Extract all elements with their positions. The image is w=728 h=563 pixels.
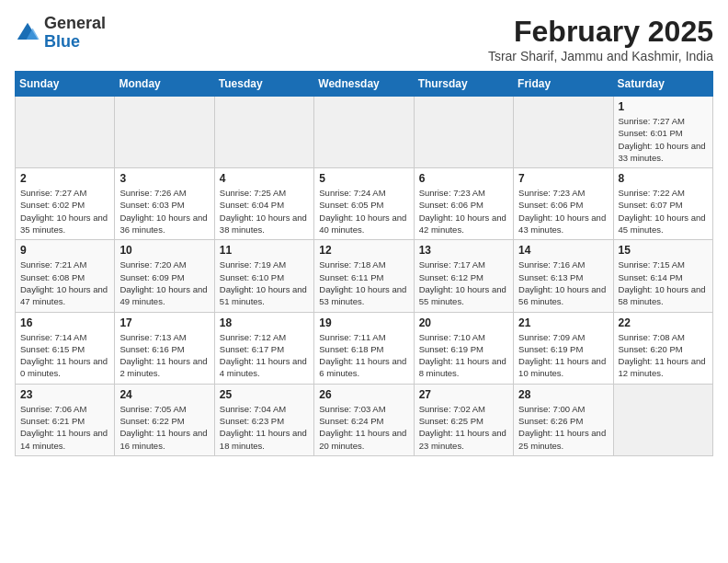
- day-info: Sunrise: 7:19 AM Sunset: 6:10 PM Dayligh…: [220, 259, 309, 307]
- calendar-cell: 19Sunrise: 7:11 AM Sunset: 6:18 PM Dayli…: [314, 312, 414, 384]
- calendar-cell: [115, 97, 214, 168]
- calendar-cell: 25Sunrise: 7:04 AM Sunset: 6:23 PM Dayli…: [214, 384, 313, 455]
- calendar-cell: 2Sunrise: 7:27 AM Sunset: 6:02 PM Daylig…: [16, 168, 115, 240]
- calendar-title: February 2025: [488, 15, 713, 49]
- day-number: 24: [119, 388, 209, 401]
- calendar-cell: 26Sunrise: 7:03 AM Sunset: 6:24 PM Dayli…: [314, 384, 414, 455]
- logo-text: General Blue: [44, 15, 106, 52]
- day-info: Sunrise: 7:23 AM Sunset: 6:06 PM Dayligh…: [518, 187, 608, 236]
- calendar-cell: 11Sunrise: 7:19 AM Sunset: 6:10 PM Dayli…: [214, 240, 313, 312]
- day-info: Sunrise: 7:26 AM Sunset: 6:03 PM Dayligh…: [119, 187, 209, 236]
- calendar-cell: 24Sunrise: 7:05 AM Sunset: 6:22 PM Dayli…: [115, 384, 214, 455]
- weekday-header: Friday: [514, 72, 613, 97]
- calendar-cell: [414, 97, 513, 168]
- calendar-cell: 18Sunrise: 7:12 AM Sunset: 6:17 PM Dayli…: [214, 312, 313, 384]
- day-info: Sunrise: 7:23 AM Sunset: 6:06 PM Dayligh…: [419, 187, 508, 236]
- day-number: 13: [419, 244, 508, 257]
- day-number: 19: [319, 316, 408, 329]
- logo: General Blue: [15, 15, 106, 52]
- day-info: Sunrise: 7:27 AM Sunset: 6:01 PM Dayligh…: [619, 115, 708, 164]
- day-number: 20: [419, 316, 508, 329]
- calendar-cell: 22Sunrise: 7:08 AM Sunset: 6:20 PM Dayli…: [613, 312, 712, 384]
- calendar-cell: 23Sunrise: 7:06 AM Sunset: 6:21 PM Dayli…: [16, 384, 115, 455]
- day-info: Sunrise: 7:05 AM Sunset: 6:22 PM Dayligh…: [119, 403, 209, 452]
- day-info: Sunrise: 7:15 AM Sunset: 6:14 PM Dayligh…: [619, 259, 708, 307]
- day-number: 10: [119, 244, 209, 257]
- day-number: 11: [220, 244, 309, 257]
- calendar-cell: 28Sunrise: 7:00 AM Sunset: 6:26 PM Dayli…: [514, 384, 613, 455]
- day-number: 17: [119, 316, 209, 329]
- day-info: Sunrise: 7:10 AM Sunset: 6:19 PM Dayligh…: [419, 331, 508, 380]
- calendar-cell: 3Sunrise: 7:26 AM Sunset: 6:03 PM Daylig…: [115, 168, 214, 240]
- page-header: General Blue February 2025 Tsrar Sharif,…: [15, 15, 713, 63]
- title-block: February 2025 Tsrar Sharif, Jammu and Ka…: [488, 15, 713, 63]
- day-info: Sunrise: 7:00 AM Sunset: 6:26 PM Dayligh…: [518, 403, 608, 452]
- day-info: Sunrise: 7:08 AM Sunset: 6:20 PM Dayligh…: [619, 331, 708, 380]
- day-info: Sunrise: 7:25 AM Sunset: 6:04 PM Dayligh…: [220, 187, 309, 236]
- day-number: 4: [220, 172, 309, 185]
- day-number: 5: [319, 172, 408, 185]
- calendar-cell: [214, 97, 313, 168]
- weekday-header: Monday: [115, 72, 214, 97]
- logo-general: General: [44, 14, 106, 32]
- calendar-cell: 1Sunrise: 7:27 AM Sunset: 6:01 PM Daylig…: [613, 97, 712, 168]
- logo-icon: [15, 20, 40, 46]
- day-number: 12: [319, 244, 408, 257]
- calendar-week-row: 1Sunrise: 7:27 AM Sunset: 6:01 PM Daylig…: [16, 97, 713, 168]
- calendar-cell: 8Sunrise: 7:22 AM Sunset: 6:07 PM Daylig…: [613, 168, 712, 240]
- calendar-week-row: 9Sunrise: 7:21 AM Sunset: 6:08 PM Daylig…: [16, 240, 713, 312]
- day-number: 22: [619, 316, 708, 329]
- calendar-cell: [514, 97, 613, 168]
- calendar-week-row: 23Sunrise: 7:06 AM Sunset: 6:21 PM Dayli…: [16, 384, 713, 455]
- day-number: 25: [220, 388, 309, 401]
- day-number: 26: [319, 388, 408, 401]
- calendar-cell: 12Sunrise: 7:18 AM Sunset: 6:11 PM Dayli…: [314, 240, 414, 312]
- day-number: 15: [619, 244, 708, 257]
- day-number: 9: [20, 244, 109, 257]
- day-number: 3: [119, 172, 209, 185]
- day-info: Sunrise: 7:12 AM Sunset: 6:17 PM Dayligh…: [220, 331, 309, 380]
- weekday-header: Tuesday: [214, 72, 313, 97]
- day-info: Sunrise: 7:03 AM Sunset: 6:24 PM Dayligh…: [319, 403, 408, 452]
- day-number: 2: [20, 172, 109, 185]
- calendar-cell: 16Sunrise: 7:14 AM Sunset: 6:15 PM Dayli…: [16, 312, 115, 384]
- calendar-cell: [314, 97, 414, 168]
- calendar-week-row: 2Sunrise: 7:27 AM Sunset: 6:02 PM Daylig…: [16, 168, 713, 240]
- calendar-cell: 15Sunrise: 7:15 AM Sunset: 6:14 PM Dayli…: [613, 240, 712, 312]
- weekday-header: Sunday: [16, 72, 115, 97]
- weekday-header: Thursday: [414, 72, 513, 97]
- calendar-cell: [16, 97, 115, 168]
- calendar-cell: 10Sunrise: 7:20 AM Sunset: 6:09 PM Dayli…: [115, 240, 214, 312]
- day-number: 23: [20, 388, 109, 401]
- calendar-cell: 9Sunrise: 7:21 AM Sunset: 6:08 PM Daylig…: [16, 240, 115, 312]
- logo-blue: Blue: [44, 32, 80, 51]
- day-info: Sunrise: 7:04 AM Sunset: 6:23 PM Dayligh…: [220, 403, 309, 452]
- calendar-cell: 21Sunrise: 7:09 AM Sunset: 6:19 PM Dayli…: [514, 312, 613, 384]
- day-info: Sunrise: 7:22 AM Sunset: 6:07 PM Dayligh…: [619, 187, 708, 236]
- calendar-cell: 17Sunrise: 7:13 AM Sunset: 6:16 PM Dayli…: [115, 312, 214, 384]
- day-number: 6: [419, 172, 508, 185]
- calendar-cell: 27Sunrise: 7:02 AM Sunset: 6:25 PM Dayli…: [414, 384, 513, 455]
- calendar-cell: 13Sunrise: 7:17 AM Sunset: 6:12 PM Dayli…: [414, 240, 513, 312]
- day-info: Sunrise: 7:06 AM Sunset: 6:21 PM Dayligh…: [20, 403, 109, 452]
- day-number: 7: [518, 172, 608, 185]
- calendar-cell: 6Sunrise: 7:23 AM Sunset: 6:06 PM Daylig…: [414, 168, 513, 240]
- day-info: Sunrise: 7:16 AM Sunset: 6:13 PM Dayligh…: [518, 259, 608, 307]
- day-info: Sunrise: 7:13 AM Sunset: 6:16 PM Dayligh…: [119, 331, 209, 380]
- day-info: Sunrise: 7:27 AM Sunset: 6:02 PM Dayligh…: [20, 187, 109, 236]
- day-number: 27: [419, 388, 508, 401]
- calendar-cell: 5Sunrise: 7:24 AM Sunset: 6:05 PM Daylig…: [314, 168, 414, 240]
- calendar-cell: 4Sunrise: 7:25 AM Sunset: 6:04 PM Daylig…: [214, 168, 313, 240]
- weekday-header-row: SundayMondayTuesdayWednesdayThursdayFrid…: [16, 72, 713, 97]
- calendar-subtitle: Tsrar Sharif, Jammu and Kashmir, India: [488, 49, 713, 63]
- day-number: 8: [619, 172, 708, 185]
- day-number: 18: [220, 316, 309, 329]
- calendar-cell: 7Sunrise: 7:23 AM Sunset: 6:06 PM Daylig…: [514, 168, 613, 240]
- day-info: Sunrise: 7:20 AM Sunset: 6:09 PM Dayligh…: [119, 259, 209, 307]
- weekday-header: Saturday: [613, 72, 712, 97]
- day-info: Sunrise: 7:18 AM Sunset: 6:11 PM Dayligh…: [319, 259, 408, 307]
- day-number: 14: [518, 244, 608, 257]
- day-info: Sunrise: 7:24 AM Sunset: 6:05 PM Dayligh…: [319, 187, 408, 236]
- calendar-cell: 20Sunrise: 7:10 AM Sunset: 6:19 PM Dayli…: [414, 312, 513, 384]
- calendar-cell: 14Sunrise: 7:16 AM Sunset: 6:13 PM Dayli…: [514, 240, 613, 312]
